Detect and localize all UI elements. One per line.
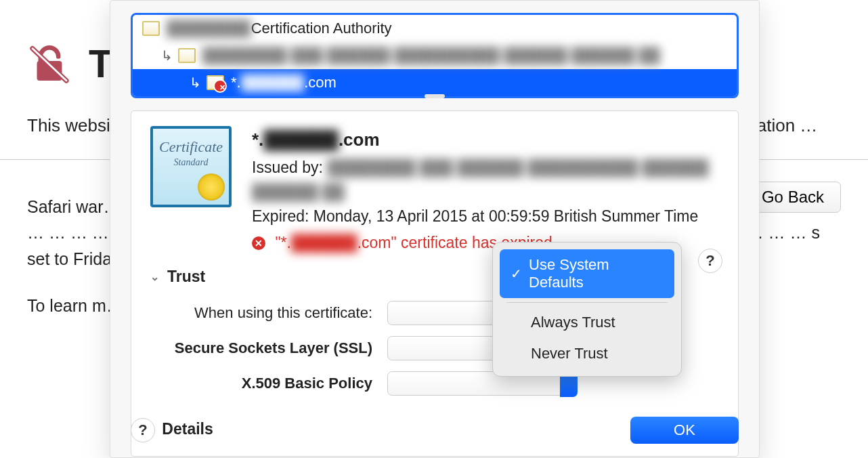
certificate-icon: [142, 21, 160, 36]
tree-branch-icon: ↳: [161, 47, 173, 64]
dropdown-separator: [506, 302, 668, 303]
issued-by-label: Issued by:: [252, 159, 327, 176]
trust-section-label: Trust: [167, 268, 205, 286]
resize-handle[interactable]: [425, 94, 445, 98]
chain-leaf-prefix: *.: [231, 74, 241, 91]
chain-root-suffix: Certification Authority: [251, 20, 392, 37]
cert-name-redacted: ██████: [263, 129, 339, 150]
tree-branch-icon: ↳: [190, 75, 201, 91]
error-redacted: ██████: [291, 234, 357, 251]
certificate-common-name: *.██████.com: [252, 126, 719, 153]
issued-by-line: Issued by: ████████ ███ ██████ █████████…: [252, 156, 719, 204]
dropdown-option-system-defaults[interactable]: ✓ Use System Defaults: [500, 249, 674, 298]
checkmark-icon: ✓: [511, 266, 522, 282]
chain-intermediate-row[interactable]: ↳ ████████ ███ ██████ ██████████ ██████ …: [133, 42, 737, 69]
insecure-lock-icon: [27, 41, 72, 86]
chain-intermediate-redacted: ████████ ███ ██████ ██████████ ██████ ██…: [202, 47, 660, 64]
error-icon: ✕: [252, 236, 265, 250]
cert-name-prefix: *.: [252, 129, 263, 150]
certificate-error-icon: [207, 75, 224, 90]
chevron-down-icon: ⌄: [150, 270, 159, 283]
error-prefix: "*.: [275, 234, 291, 251]
help-button[interactable]: ?: [698, 249, 722, 273]
chain-root-row[interactable]: ████████ Certification Authority: [133, 15, 737, 42]
certificate-icon: [178, 48, 196, 63]
dropdown-option-never-trust[interactable]: Never Trust: [500, 338, 674, 369]
certificate-large-icon: Certificate Standard: [150, 126, 232, 207]
certificate-dialog: ████████ Certification Authority ↳ █████…: [110, 0, 760, 458]
when-using-label: When using this certificate:: [150, 304, 387, 322]
ssl-label: Secure Sockets Layer (SSL): [150, 339, 387, 357]
dropdown-option-label: Use System Defaults: [529, 256, 664, 291]
chain-leaf-row[interactable]: ↳ *. ██████ .com: [133, 69, 737, 96]
expiry-line: Expired: Monday, 13 April 2015 at 00:59:…: [252, 205, 719, 229]
chain-leaf-suffix: .com: [304, 74, 337, 91]
help-button[interactable]: ?: [131, 418, 155, 442]
dropdown-option-label: Never Trust: [531, 345, 608, 362]
cert-image-subtext: Standard: [174, 157, 209, 168]
ok-button[interactable]: OK: [630, 417, 739, 444]
chain-leaf-redacted: ██████: [241, 74, 305, 91]
dropdown-option-label: Always Trust: [531, 314, 615, 331]
seal-icon: [198, 173, 225, 201]
cert-image-text: Certificate: [159, 138, 223, 156]
dropdown-option-always-trust[interactable]: Always Trust: [500, 307, 674, 338]
x509-label: X.509 Basic Policy: [150, 375, 387, 392]
cert-name-suffix: .com: [339, 129, 380, 150]
trust-policy-dropdown[interactable]: ✓ Use System Defaults Always Trust Never…: [492, 242, 682, 377]
certificate-chain-tree[interactable]: ████████ Certification Authority ↳ █████…: [131, 13, 739, 98]
chain-root-redacted: ████████: [167, 20, 251, 37]
